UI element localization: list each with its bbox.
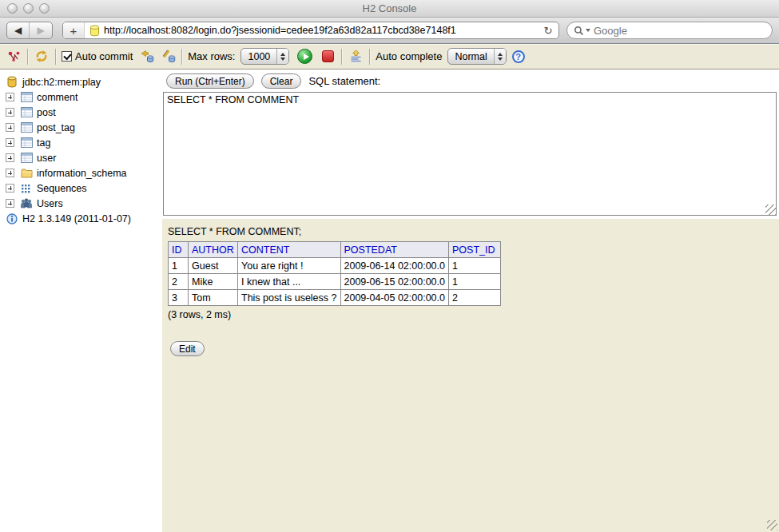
column-header-POST_ID: POST_ID bbox=[449, 242, 501, 258]
run-button[interactable]: Run (Ctrl+Enter) bbox=[166, 73, 254, 89]
commit-button[interactable] bbox=[138, 49, 154, 65]
table-icon bbox=[20, 92, 33, 102]
sidebar-item-label: tag bbox=[37, 137, 50, 149]
magnifier-icon bbox=[574, 26, 584, 36]
sequences-icon bbox=[20, 184, 33, 193]
window-resize-grip[interactable] bbox=[767, 520, 777, 530]
table-row: 3TomThis post is useless ?2009-04-05 02:… bbox=[169, 290, 501, 306]
forward-button[interactable]: ▶ bbox=[30, 22, 52, 38]
disconnect-icon bbox=[7, 50, 21, 63]
commit-icon bbox=[139, 50, 154, 63]
table-cell: 2009-06-14 02:00:00.0 bbox=[340, 258, 449, 274]
close-window-button[interactable] bbox=[7, 3, 18, 14]
disconnect-button[interactable] bbox=[6, 49, 22, 65]
connection-row[interactable]: jdbc:h2:mem:play bbox=[6, 74, 162, 89]
table-cell: You are right ! bbox=[238, 258, 341, 274]
max-rows-value: 1000 bbox=[241, 51, 276, 62]
search-bar bbox=[566, 22, 773, 39]
sidebar-item-user[interactable]: user bbox=[6, 150, 162, 165]
help-button[interactable]: ? bbox=[512, 50, 525, 63]
window-title: H2 Console bbox=[363, 2, 417, 14]
results-panel: SELECT * FROM COMMENT; IDAUTHORCONTENTPO… bbox=[162, 219, 779, 532]
minimize-window-button[interactable] bbox=[23, 3, 34, 14]
sql-statement-label: SQL statement: bbox=[308, 75, 380, 87]
reload-icon: ↻ bbox=[544, 25, 553, 37]
expand-icon[interactable] bbox=[6, 184, 14, 193]
sidebar-item-tag[interactable]: tag bbox=[6, 135, 162, 150]
forward-icon: ▶ bbox=[37, 25, 44, 36]
sidebar-item-post_tag[interactable]: post_tag bbox=[6, 120, 162, 135]
sql-editor-wrap: SELECT * FROM COMMENT bbox=[163, 92, 777, 216]
expand-icon[interactable] bbox=[6, 153, 14, 162]
table-cell: 2009-06-15 02:00:00.0 bbox=[340, 274, 449, 290]
schema-sidebar: jdbc:h2:mem:play commentpostpost_tagtagu… bbox=[0, 69, 162, 532]
table-cell: Mike bbox=[189, 274, 238, 290]
table-cell: This post is useless ? bbox=[238, 290, 341, 306]
refresh-icon bbox=[34, 50, 49, 63]
search-options-caret-icon[interactable] bbox=[586, 29, 590, 32]
sidebar-item-label: user bbox=[37, 153, 56, 164]
table-icon bbox=[20, 137, 33, 148]
reload-button[interactable]: ↻ bbox=[538, 25, 558, 37]
back-forward-control: ◀ ▶ bbox=[6, 22, 53, 39]
expand-icon[interactable] bbox=[6, 199, 14, 208]
max-rows-label: Max rows: bbox=[188, 50, 235, 62]
table-cell: 2 bbox=[449, 290, 501, 306]
users-icon bbox=[20, 198, 33, 208]
new-tab-button[interactable]: + bbox=[63, 22, 85, 38]
column-header-CONTENT: CONTENT bbox=[238, 242, 341, 258]
sidebar-item-label: post_tag bbox=[37, 122, 75, 133]
rollback-button[interactable] bbox=[160, 49, 176, 65]
table-cell: 1 bbox=[169, 258, 189, 274]
plus-icon: + bbox=[70, 24, 78, 38]
refresh-tree-button[interactable] bbox=[34, 49, 50, 65]
sidebar-item-information_schema[interactable]: information_schema bbox=[6, 165, 162, 181]
toolbar-separator bbox=[181, 49, 182, 65]
zoom-window-button[interactable] bbox=[39, 3, 50, 14]
column-header-AUTHOR: AUTHOR bbox=[189, 242, 238, 258]
table-cell: I knew that ... bbox=[238, 274, 341, 290]
url-input[interactable] bbox=[104, 22, 538, 38]
expand-icon[interactable] bbox=[6, 138, 14, 147]
cancel-statement-button[interactable] bbox=[320, 49, 336, 65]
clear-button[interactable]: Clear bbox=[261, 73, 302, 89]
expand-icon[interactable] bbox=[6, 108, 14, 117]
result-table: IDAUTHORCONTENTPOSTEDATPOST_ID 1GuestYou… bbox=[168, 241, 501, 306]
back-icon: ◀ bbox=[14, 25, 22, 36]
expand-icon[interactable] bbox=[6, 169, 14, 177]
auto-commit-label: Auto commit bbox=[75, 50, 133, 62]
auto-complete-select[interactable]: Normal bbox=[447, 48, 506, 65]
sidebar-item-post[interactable]: post bbox=[6, 105, 162, 120]
table-cell: 2 bbox=[169, 274, 189, 290]
toolbar-separator bbox=[369, 49, 370, 65]
max-rows-select[interactable]: 1000 bbox=[240, 48, 289, 65]
sql-input[interactable]: SELECT * FROM COMMENT bbox=[163, 92, 777, 216]
auto-complete-value: Normal bbox=[448, 51, 493, 62]
browser-toolbar: ◀ ▶ + ↻ bbox=[0, 18, 779, 44]
stepper-icon bbox=[276, 49, 288, 64]
sidebar-item-Users[interactable]: Users bbox=[6, 196, 162, 211]
sidebar-item-Sequences[interactable]: Sequences bbox=[6, 181, 162, 196]
edit-button[interactable]: Edit bbox=[170, 341, 205, 356]
run-statement-button[interactable] bbox=[295, 49, 314, 65]
table-icon bbox=[20, 153, 33, 163]
table-row: 1GuestYou are right !2009-06-14 02:00:00… bbox=[169, 258, 501, 274]
help-icon: ? bbox=[515, 52, 521, 62]
auto-select-button[interactable] bbox=[348, 49, 364, 65]
expand-icon[interactable] bbox=[6, 123, 14, 132]
sidebar-item-comment[interactable]: comment bbox=[6, 89, 162, 105]
back-button[interactable]: ◀ bbox=[7, 22, 30, 38]
result-table-head: IDAUTHORCONTENTPOSTEDATPOST_ID bbox=[169, 242, 501, 258]
auto-complete-label: Auto complete bbox=[376, 50, 442, 62]
connection-label: jdbc:h2:mem:play bbox=[22, 77, 101, 88]
textarea-resize-grip[interactable] bbox=[765, 204, 776, 215]
h2-toolbar: Auto commit Max rows: 1000 bbox=[0, 44, 779, 69]
toolbar-separator bbox=[55, 49, 56, 65]
auto-commit-checkbox[interactable] bbox=[62, 51, 72, 62]
auto-commit-control[interactable]: Auto commit bbox=[62, 50, 133, 62]
expand-icon[interactable] bbox=[6, 93, 14, 101]
row-count-status: (3 rows, 2 ms) bbox=[168, 309, 779, 320]
search-input[interactable] bbox=[594, 25, 765, 37]
auto-select-icon bbox=[349, 50, 363, 63]
version-row: H2 1.3.149 (2011-01-07) bbox=[6, 211, 162, 226]
